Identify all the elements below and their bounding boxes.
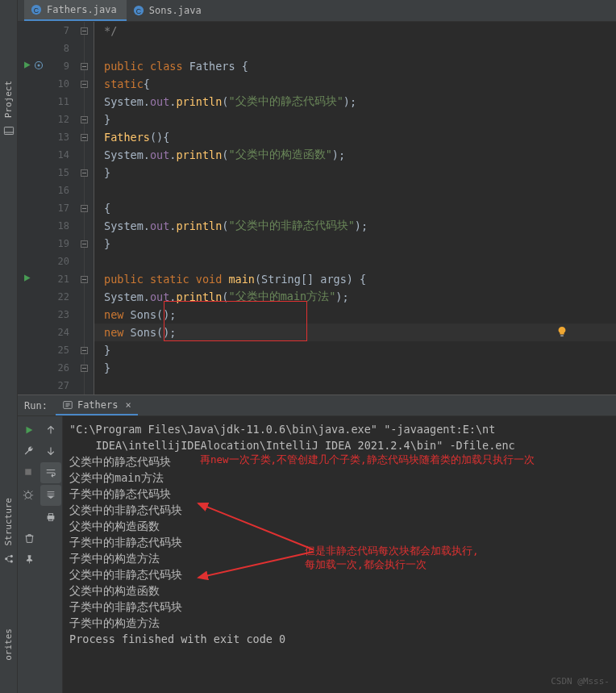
fold-toggle[interactable]	[81, 116, 88, 123]
trash-button[interactable]	[18, 528, 40, 549]
line-number: 7	[50, 25, 69, 36]
gutter[interactable]: 789101112131415161718192021222324252627	[18, 22, 94, 395]
tool-window-stripe: Project Structure orites	[0, 0, 18, 693]
gutter-row[interactable]: 17	[18, 199, 94, 217]
svg-marker-8	[24, 61, 31, 68]
print-button[interactable]	[40, 507, 63, 528]
line-number: 20	[50, 256, 69, 267]
down-button[interactable]	[40, 440, 63, 461]
sidebar-tab-project[interactable]: Project	[3, 81, 15, 136]
fold-toggle[interactable]	[81, 134, 88, 141]
gutter-row[interactable]: 16	[18, 182, 94, 199]
console-line: IDEA\intellijIDEAlocation\IntelliJ IDEA …	[69, 437, 610, 453]
code-editor[interactable]: 789101112131415161718192021222324252627 …	[18, 22, 616, 395]
sidebar-tab-favorites[interactable]: orites	[3, 628, 14, 661]
code-line[interactable]	[94, 182, 616, 199]
editor-tabs: C Fathers.java C Sons.java	[18, 0, 616, 22]
code-line[interactable]: }	[94, 164, 616, 182]
soft-wrap-button[interactable]	[40, 462, 62, 483]
console-line: Process finished with exit code 0	[69, 631, 610, 647]
code-line[interactable]: System.out.println("父类中的main方法");	[94, 288, 616, 306]
svg-point-2	[10, 555, 12, 557]
gutter-row[interactable]: 24	[18, 324, 94, 341]
fold-toggle[interactable]	[81, 240, 88, 248]
svg-text:C: C	[136, 7, 141, 15]
fold-toggle[interactable]	[81, 205, 88, 212]
run-line-icon[interactable]	[23, 273, 31, 285]
run-config-icon	[62, 399, 73, 411]
gutter-row[interactable]: 10	[18, 75, 94, 93]
code-line[interactable]: public static void main(String[] args) {	[94, 270, 616, 288]
intention-bulb-icon[interactable]	[556, 326, 568, 340]
code-line[interactable]: }	[94, 359, 616, 377]
pin-button[interactable]	[18, 549, 40, 570]
code-line[interactable]: new Sons();	[94, 324, 616, 341]
code-line[interactable]: }	[94, 341, 616, 359]
code-line[interactable]: */	[94, 22, 616, 40]
rerun-button[interactable]	[18, 420, 40, 440]
class-gutter-icon[interactable]	[34, 61, 44, 73]
gutter-row[interactable]: 23	[18, 306, 94, 324]
gutter-row[interactable]: 13	[18, 128, 94, 146]
sidebar-tab-structure[interactable]: Structure	[3, 498, 15, 564]
code-line[interactable]	[94, 40, 616, 57]
gutter-row[interactable]: 7	[18, 22, 94, 40]
run-panel: Run: Fathers ×	[18, 395, 616, 693]
gutter-row[interactable]: 20	[18, 253, 94, 270]
console-line: 父类中的main方法	[69, 470, 610, 486]
console-line: 子类中的构造方法	[69, 615, 610, 631]
gutter-row[interactable]: 27	[18, 377, 94, 395]
code-line[interactable]: System.out.println("父类中的构造函数");	[94, 146, 616, 164]
wrench-button[interactable]	[18, 440, 40, 461]
code-line[interactable]	[94, 253, 616, 270]
line-number: 19	[50, 238, 69, 249]
layout-button[interactable]	[18, 507, 40, 528]
code-line[interactable]: }	[94, 111, 616, 128]
stop-button[interactable]	[18, 461, 40, 482]
code-line[interactable]: System.out.println("父类中的静态代码块");	[94, 93, 616, 111]
gutter-row[interactable]: 18	[18, 217, 94, 235]
code-line[interactable]	[94, 377, 616, 395]
code-area[interactable]: */ public class Fathers { static{ System…	[94, 22, 616, 395]
svg-point-1	[10, 560, 12, 562]
fold-toggle[interactable]	[81, 276, 88, 283]
run-config-tab[interactable]: Fathers ×	[56, 395, 138, 415]
code-line[interactable]: System.out.println("父类中的非静态代码块");	[94, 217, 616, 235]
code-line[interactable]: static{	[94, 75, 616, 93]
code-line[interactable]: }	[94, 235, 616, 253]
gutter-row[interactable]: 22	[18, 288, 94, 306]
fold-toggle[interactable]	[81, 81, 88, 88]
gutter-row[interactable]: 12	[18, 111, 94, 128]
gutter-row[interactable]: 19	[18, 235, 94, 253]
tab-fathers[interactable]: C Fathers.java	[24, 0, 127, 21]
svg-rect-19	[49, 519, 53, 521]
gutter-row[interactable]: 21	[18, 270, 94, 288]
code-line[interactable]: {	[94, 199, 616, 217]
fold-toggle[interactable]	[81, 63, 88, 70]
fold-toggle[interactable]	[81, 365, 88, 372]
up-button[interactable]	[40, 420, 63, 440]
code-line[interactable]: new Sons();	[94, 306, 616, 324]
line-number: 11	[50, 96, 69, 107]
code-line[interactable]: Fathers(){	[94, 128, 616, 146]
debug-button[interactable]	[18, 484, 40, 505]
fold-toggle[interactable]	[81, 347, 88, 354]
code-line[interactable]: public class Fathers {	[94, 57, 616, 75]
gutter-row[interactable]: 25	[18, 341, 94, 359]
console-output[interactable]: 再new一次子类,不管创建几个子类,静态代码块随着类的加载只执行一次 但是非静态…	[63, 416, 616, 693]
gutter-row[interactable]: 15	[18, 164, 94, 182]
svg-rect-12	[560, 335, 564, 336]
gutter-row[interactable]: 9	[18, 57, 94, 75]
run-line-icon[interactable]	[23, 61, 31, 72]
gutter-row[interactable]: 26	[18, 359, 94, 377]
gutter-row[interactable]: 8	[18, 40, 94, 57]
tab-sons[interactable]: C Sons.java	[127, 0, 211, 21]
fold-toggle[interactable]	[81, 169, 88, 177]
svg-marker-14	[26, 427, 32, 434]
gutter-row[interactable]: 11	[18, 93, 94, 111]
line-number: 8	[50, 43, 69, 54]
gutter-row[interactable]: 14	[18, 146, 94, 164]
scroll-to-end-button[interactable]	[40, 485, 62, 506]
close-icon[interactable]: ×	[125, 399, 131, 411]
fold-toggle[interactable]	[81, 27, 88, 35]
